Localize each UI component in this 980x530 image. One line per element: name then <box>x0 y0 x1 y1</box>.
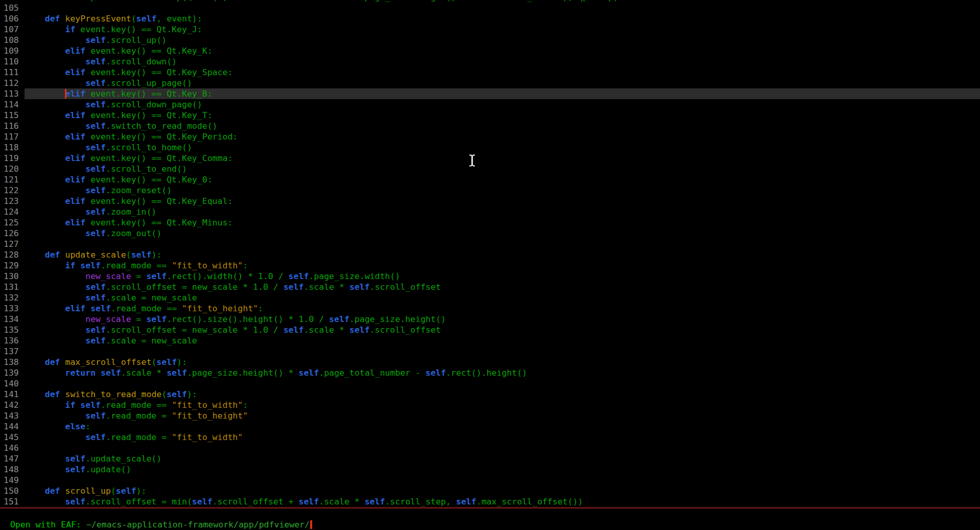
code-text[interactable] <box>25 3 980 13</box>
code-line-115[interactable]: 115 elif event.key() == Qt.Key_T: <box>0 110 980 121</box>
code-line-124[interactable]: 124 self.zoom_in() <box>0 206 980 217</box>
code-line-145[interactable]: 145 self.read_mode = "fit_to_width" <box>0 432 980 443</box>
code-text[interactable]: if self.read_mode == "fit_to_width": <box>25 260 980 271</box>
code-text[interactable]: self.zoom_out() <box>25 228 980 239</box>
code-line-132[interactable]: 132 self.scale = new_scale <box>0 292 980 303</box>
code-line-105[interactable]: 105 <box>0 3 980 13</box>
code-text[interactable]: self.scroll_to_end() <box>25 164 980 174</box>
code-line-129[interactable]: 129 if self.read_mode == "fit_to_width": <box>0 260 980 271</box>
code-text[interactable]: self.update_scale() <box>25 453 980 464</box>
code-text[interactable]: elif event.key() == Qt.Key_Space: <box>25 67 980 78</box>
code-text[interactable]: elif self.read_mode == "fit_to_height": <box>25 303 980 314</box>
line-number: 130 <box>0 271 25 282</box>
code-line-116[interactable]: 116 self.switch_to_read_mode() <box>0 121 980 131</box>
code-line-128[interactable]: 128 def update_scale(self): <box>0 249 980 260</box>
code-text[interactable]: self.scroll_to_home() <box>25 142 980 153</box>
code-line-134[interactable]: 134 new_scale = self.rect().size().heigh… <box>0 314 980 325</box>
code-text[interactable]: elif event.key() == Qt.Key_Minus: <box>25 217 980 228</box>
code-text[interactable]: elif event.key() == Qt.Key_0: <box>25 174 980 185</box>
code-line-117[interactable]: 117 elif event.key() == Qt.Key_Period: <box>0 131 980 142</box>
code-text[interactable]: elif event.key() == Qt.Key_B: <box>25 88 980 99</box>
code-line-149[interactable]: 149 <box>0 475 980 486</box>
code-line-144[interactable]: 144 else: <box>0 421 980 432</box>
code-line-113[interactable]: 113 elif event.key() == Qt.Key_B: <box>0 88 980 99</box>
line-number: 140 <box>0 378 25 389</box>
code-line-147[interactable]: 147 self.update_scale() <box>0 453 980 464</box>
code-line-121[interactable]: 121 elif event.key() == Qt.Key_0: <box>0 174 980 185</box>
code-text[interactable]: self.scroll_down_page() <box>25 99 980 110</box>
code-line-136[interactable]: 136 self.scale = new_scale <box>0 335 980 346</box>
code-line-141[interactable]: 141 def switch_to_read_mode(self): <box>0 389 980 400</box>
code-text[interactable]: if event.key() == Qt.Key_J: <box>25 24 980 35</box>
code-text[interactable]: def keyPressEvent(self, event): <box>25 13 980 24</box>
code-text[interactable]: self.read_mode = "fit_to_height" <box>25 410 980 421</box>
code-line-114[interactable]: 114 self.scroll_down_page() <box>0 99 980 110</box>
code-line-118[interactable]: 118 self.scroll_to_home() <box>0 142 980 153</box>
code-text[interactable] <box>25 239 980 249</box>
code-line-137[interactable]: 137 <box>0 346 980 357</box>
code-line-112[interactable]: 112 self.scroll_up_page() <box>0 78 980 88</box>
code-line-148[interactable]: 148 self.update() <box>0 464 980 475</box>
code-text[interactable]: elif event.key() == Qt.Key_Comma: <box>25 153 980 164</box>
line-number: 137 <box>0 346 25 357</box>
code-line-138[interactable]: 138 def max_scroll_offset(self): <box>0 357 980 367</box>
code-line-109[interactable]: 109 elif event.key() == Qt.Key_K: <box>0 45 980 56</box>
code-text[interactable]: self.scale = new_scale <box>25 335 980 346</box>
code-text[interactable] <box>25 443 980 453</box>
code-line-119[interactable]: 119 elif event.key() == Qt.Key_Comma: <box>0 153 980 164</box>
code-text[interactable]: self.scroll_offset = min(self.scroll_off… <box>25 496 980 507</box>
minibuffer[interactable]: Open with EAF: ~/emacs-application-frame… <box>0 509 980 519</box>
code-line-135[interactable]: 135 self.scroll_offset = new_scale * 1.0… <box>0 325 980 335</box>
code-line-139[interactable]: 139 return self.scale * self.page_size.h… <box>0 367 980 378</box>
code-text[interactable]: self.scroll_down() <box>25 56 980 67</box>
code-line-125[interactable]: 125 elif event.key() == Qt.Key_Minus: <box>0 217 980 228</box>
code-text[interactable]: elif event.key() == Qt.Key_Equal: <box>25 196 980 206</box>
code-text[interactable]: self.scroll_up() <box>25 35 980 45</box>
code-text[interactable]: def max_scroll_offset(self): <box>25 357 980 367</box>
code-text[interactable]: self.read_mode = "fit_to_width" <box>25 432 980 443</box>
code-text[interactable] <box>25 475 980 486</box>
code-text[interactable]: self.zoom_in() <box>25 206 980 217</box>
code-text[interactable]: elif event.key() == Qt.Key_T: <box>25 110 980 121</box>
code-line-108[interactable]: 108 self.scroll_up() <box>0 35 980 45</box>
code-line-143[interactable]: 143 self.read_mode = "fit_to_height" <box>0 410 980 421</box>
code-text[interactable]: self.zoom_reset() <box>25 185 980 196</box>
code-line-151[interactable]: 151 self.scroll_offset = min(self.scroll… <box>0 496 980 507</box>
code-line-126[interactable]: 126 self.zoom_out() <box>0 228 980 239</box>
code-line-111[interactable]: 111 elif event.key() == Qt.Key_Space: <box>0 67 980 78</box>
code-text[interactable]: self.update() <box>25 464 980 475</box>
code-line-140[interactable]: 140 <box>0 378 980 389</box>
code-line-106[interactable]: 106 def keyPressEvent(self, event): <box>0 13 980 24</box>
code-text[interactable]: elif event.key() == Qt.Key_Period: <box>25 131 980 142</box>
code-line-123[interactable]: 123 elif event.key() == Qt.Key_Equal: <box>0 196 980 206</box>
code-text[interactable]: new_scale = self.rect().width() * 1.0 / … <box>25 271 980 282</box>
code-text[interactable]: self.scroll_offset = new_scale * 1.0 / s… <box>25 325 980 335</box>
code-text[interactable]: def update_scale(self): <box>25 249 980 260</box>
code-text[interactable] <box>25 378 980 389</box>
code-text[interactable]: self.scroll_up_page() <box>25 78 980 88</box>
code-text[interactable]: if self.read_mode == "fit_to_width": <box>25 400 980 410</box>
code-line-130[interactable]: 130 new_scale = self.rect().width() * 1.… <box>0 271 980 282</box>
code-text[interactable]: else: <box>25 421 980 432</box>
code-text[interactable]: self.switch_to_read_mode() <box>25 121 980 131</box>
code-line-131[interactable]: 131 self.scroll_offset = new_scale * 1.0… <box>0 282 980 292</box>
status-bar: ( 1, 59 ) Top [2018-06-28] 22:12Thursday <box>0 518 980 530</box>
code-text[interactable]: self.scale = new_scale <box>25 292 980 303</box>
code-text[interactable]: def switch_to_read_mode(self): <box>25 389 980 400</box>
code-text[interactable]: elif event.key() == Qt.Key_K: <box>25 45 980 56</box>
code-line-107[interactable]: 107 if event.key() == Qt.Key_J: <box>0 24 980 35</box>
code-line-122[interactable]: 122 self.zoom_reset() <box>0 185 980 196</box>
code-line-110[interactable]: 110 self.scroll_down() <box>0 56 980 67</box>
code-text[interactable] <box>25 346 980 357</box>
code-text[interactable]: self.scroll_offset = new_scale * 1.0 / s… <box>25 282 980 292</box>
code-line-120[interactable]: 120 self.scroll_to_end() <box>0 164 980 174</box>
code-text[interactable]: new_scale = self.rect().size().height() … <box>25 314 980 325</box>
code-line-142[interactable]: 142 if self.read_mode == "fit_to_width": <box>0 400 980 410</box>
code-line-133[interactable]: 133 elif self.read_mode == "fit_to_heigh… <box>0 303 980 314</box>
code-text[interactable]: return self.scale * self.page_size.heigh… <box>25 367 980 378</box>
code-line-150[interactable]: 150 def scroll_up(self): <box>0 486 980 496</box>
code-editor-buffer[interactable]: self.painter.drawPixmap(QRect(0, index *… <box>0 0 980 507</box>
code-line-127[interactable]: 127 <box>0 239 980 249</box>
code-text[interactable]: def scroll_up(self): <box>25 486 980 496</box>
code-line-146[interactable]: 146 <box>0 443 980 453</box>
